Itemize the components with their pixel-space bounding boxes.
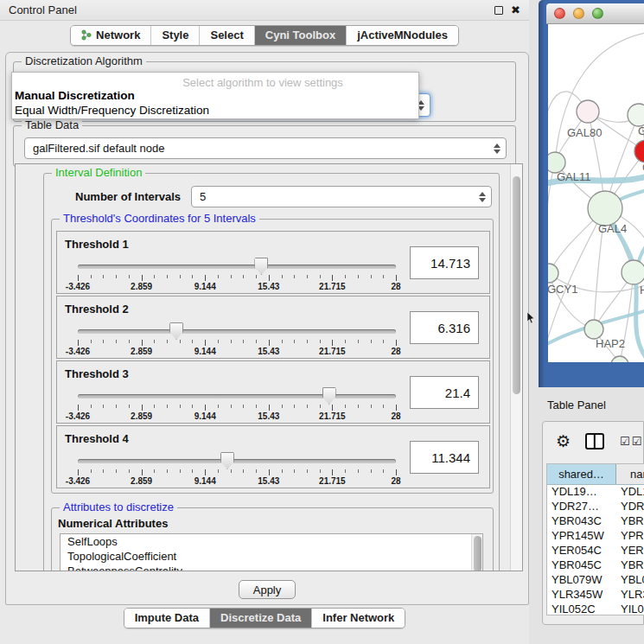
mac-minimize-button[interactable] xyxy=(573,8,584,19)
table-row[interactable]: YDR27…YDR2 xyxy=(547,500,644,514)
network-node[interactable] xyxy=(611,356,628,362)
table-cell[interactable]: YDL19… xyxy=(547,485,616,500)
table-cell[interactable]: YDR27… xyxy=(547,500,616,514)
table-cell[interactable]: YER054C xyxy=(547,544,616,558)
table-row[interactable]: YPR145WYPR1 xyxy=(547,529,644,544)
table-cell[interactable]: YDR2 xyxy=(616,500,644,514)
network-node[interactable] xyxy=(584,320,603,339)
table-cell[interactable]: YBR0 xyxy=(616,514,644,529)
scrollbar-thumb[interactable] xyxy=(513,176,520,394)
slider-thumb[interactable] xyxy=(169,322,183,340)
slider-thumb[interactable] xyxy=(254,258,268,275)
tick-label: 21.715 xyxy=(319,476,346,486)
tab-jactivemnodules[interactable]: jActiveMNodules xyxy=(346,26,458,45)
attribute-item-topologicalcoefficient[interactable]: TopologicalCoefficient xyxy=(61,549,482,564)
column-header-shared-[interactable]: shared… xyxy=(547,464,616,484)
table-row[interactable]: YBR043CYBR0 xyxy=(547,514,644,529)
tick-mark xyxy=(116,340,117,343)
tab-infer-network[interactable]: Infer Network xyxy=(311,609,405,628)
tick-label: 28 xyxy=(391,411,400,421)
threshold-value-field[interactable]: 6.316 xyxy=(410,311,479,344)
tab-impute-data[interactable]: Impute Data xyxy=(124,609,209,628)
table-cell[interactable]: YBR0 xyxy=(616,558,644,573)
list-scrollbar[interactable] xyxy=(471,534,482,571)
numerical-attributes-list[interactable]: SelfLoopsTopologicalCoefficientBetweenne… xyxy=(60,533,483,571)
threshold-value-field[interactable]: 21.4 xyxy=(410,376,479,409)
table-row[interactable]: YER054CYER0 xyxy=(547,544,644,558)
table-row[interactable]: YIL052CYIL0 xyxy=(547,603,644,615)
table-cell[interactable]: YLR345W xyxy=(547,588,616,603)
tab-cyni-toolbox[interactable]: Cyni Toolbox xyxy=(254,26,346,45)
checkbox-icon[interactable]: ☑ xyxy=(620,435,630,448)
number-of-intervals-select[interactable]: 5 xyxy=(191,186,492,207)
table-cell[interactable]: YBR043C xyxy=(547,514,616,529)
tick-label: 9.144 xyxy=(194,282,216,291)
columns-icon[interactable] xyxy=(585,433,604,450)
tick-mark xyxy=(116,405,117,408)
tick-mark xyxy=(205,405,206,411)
network-node[interactable] xyxy=(588,191,622,226)
threshold-slider[interactable]: -3.4262.8599.14415.4321.71528 xyxy=(78,325,396,356)
table-cell[interactable]: YIL052C xyxy=(547,603,616,615)
threshold-value-field[interactable]: 14.713 xyxy=(410,246,479,279)
table-row[interactable]: YBL079WYBL0 xyxy=(547,573,644,588)
algorithm-option-equal-width-frequency-discretization[interactable]: Equal Width/Frequency Discretization xyxy=(15,104,209,117)
table-cell[interactable]: YPR145W xyxy=(547,529,616,544)
tab-select[interactable]: Select xyxy=(199,26,253,45)
tab-network[interactable]: Network xyxy=(71,26,150,45)
network-edge[interactable] xyxy=(555,33,644,163)
tab-style[interactable]: Style xyxy=(150,26,199,45)
float-panel-icon[interactable] xyxy=(494,6,503,15)
table-cell[interactable]: YBR045C xyxy=(547,558,616,573)
network-node[interactable] xyxy=(577,100,599,123)
network-node[interactable] xyxy=(634,140,644,163)
network-window-titlebar[interactable] xyxy=(546,3,644,24)
tick-mark xyxy=(154,340,155,343)
table-cell[interactable]: YIL0 xyxy=(616,603,644,615)
mac-zoom-button[interactable] xyxy=(592,8,603,19)
table-cell[interactable]: YLR3 xyxy=(616,588,644,603)
table-cell[interactable]: YBL079W xyxy=(547,573,616,588)
network-node[interactable] xyxy=(548,264,558,283)
table-cell[interactable]: YBL0 xyxy=(616,573,644,588)
network-canvas[interactable]: GAL80GACGAL11GAL4GCY1HHAP2 xyxy=(548,24,644,362)
slider-track[interactable] xyxy=(78,265,396,269)
network-edge[interactable] xyxy=(549,273,594,329)
table-cell[interactable]: YDL1 xyxy=(616,485,644,500)
table-cell[interactable]: YER0 xyxy=(616,544,644,558)
slider-track[interactable] xyxy=(78,459,396,463)
slider-thumb[interactable] xyxy=(220,452,234,469)
close-icon[interactable]: ✖ xyxy=(511,6,520,15)
threshold-slider[interactable]: -3.4262.8599.14415.4321.71528 xyxy=(78,390,396,421)
tick-mark xyxy=(218,275,219,278)
mac-close-button[interactable] xyxy=(554,8,565,19)
table-cell[interactable]: YPR1 xyxy=(616,529,644,544)
slider-track[interactable] xyxy=(78,394,396,399)
apply-button[interactable]: Apply xyxy=(239,580,296,599)
network-node[interactable] xyxy=(622,260,644,284)
table-panel-window: ⚙ ☑ ☑ shared…name YDL19…YDL1YDR27…YDR2YB… xyxy=(542,421,644,625)
checkbox-icon[interactable]: ☑ xyxy=(632,435,642,448)
attribute-item-betweennesscentrality[interactable]: BetweennessCentrality xyxy=(61,564,482,571)
column-header-name[interactable]: name xyxy=(616,464,644,484)
slider-thumb[interactable] xyxy=(322,387,336,405)
slider-track[interactable] xyxy=(78,329,396,334)
gear-icon[interactable]: ⚙ xyxy=(556,431,571,450)
network-node[interactable] xyxy=(628,104,644,126)
tick-label: 28 xyxy=(391,476,400,486)
threshold-value-field[interactable]: 11.344 xyxy=(410,441,479,474)
table-row[interactable]: YDL19…YDL1 xyxy=(547,485,644,500)
number-of-intervals-label: Number of Intervals xyxy=(75,190,181,203)
panel-scrollbar[interactable] xyxy=(510,164,522,571)
tab-discretize-data[interactable]: Discretize Data xyxy=(209,609,311,628)
table-data-select[interactable]: galFiltered.sif default node xyxy=(24,137,507,159)
table-row[interactable]: YBR045CYBR0 xyxy=(547,558,644,573)
threshold-slider[interactable]: -3.4262.8599.14415.4321.71528 xyxy=(78,260,396,291)
algorithm-option-manual-discretization[interactable]: Manual Discretization xyxy=(15,89,135,102)
node-table[interactable]: shared…name YDL19…YDL1YDR27…YDR2YBR043CY… xyxy=(546,463,644,615)
tick-mark xyxy=(371,275,372,278)
table-row[interactable]: YLR345WYLR3 xyxy=(547,588,644,603)
threshold-slider[interactable]: -3.4262.8599.14415.4321.71528 xyxy=(78,455,396,486)
attribute-item-selfloops[interactable]: SelfLoops xyxy=(61,534,482,549)
stepper-arrows-icon xyxy=(474,192,486,202)
